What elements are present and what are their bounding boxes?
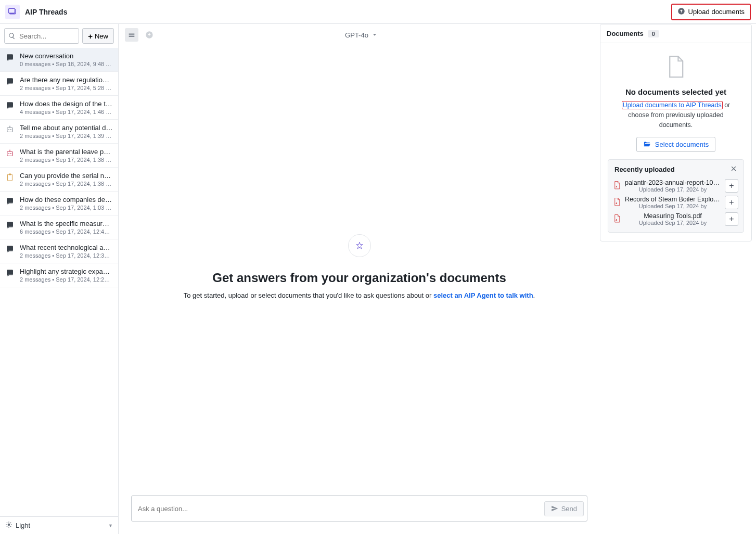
recent-texts: Measuring Tools.pdfUploaded Sep 17, 2024… — [625, 212, 721, 226]
conversation-title: What is the parental leave policy? — [20, 148, 113, 156]
chat-icon — [5, 245, 16, 259]
conversation-item[interactable]: Tell me about any potential disr…2 messa… — [0, 120, 118, 144]
recent-item: Apalantir-2023-annual-report-10K.pdfUplo… — [613, 179, 738, 193]
conversation-item[interactable]: Can you provide the serial numb…2 messag… — [0, 168, 118, 192]
svg-line-23 — [10, 523, 11, 523]
theme-selector[interactable]: Light ▼ — [0, 516, 118, 534]
conversation-text: Can you provide the serial numb…2 messag… — [20, 172, 113, 187]
recent-title: Recently uploaded — [614, 166, 675, 173]
clipboard-icon — [5, 173, 16, 187]
orb-icon — [348, 234, 371, 257]
svg-text:A: A — [616, 185, 617, 187]
close-recent-button[interactable] — [730, 165, 737, 174]
pdf-icon: A — [613, 214, 621, 224]
recent-texts: palantir-2023-annual-report-10K.pdfUploa… — [625, 179, 721, 193]
center-empty-state: Get answers from your organization's doc… — [119, 46, 600, 487]
conversation-title: How does the design of the taper … — [20, 100, 113, 108]
send-icon — [551, 505, 558, 512]
question-box: Send — [131, 495, 587, 522]
upload-documents-link[interactable]: Upload documents to AIP Threads — [622, 101, 723, 109]
upload-documents-button[interactable]: Upload documents — [671, 4, 751, 20]
question-input[interactable] — [138, 496, 544, 521]
center-headline: Get answers from your organization's doc… — [212, 271, 506, 285]
conversation-item[interactable]: Highlight any strategic expansion…2 mess… — [0, 263, 118, 287]
main: + New New conversation0 messages • Sep 1… — [0, 24, 756, 534]
sun-icon — [5, 521, 12, 530]
conversation-list: New conversation0 messages • Sep 18, 202… — [0, 48, 118, 516]
conversation-meta: 2 messages • Sep 17, 2024, 1:03 PM — [20, 205, 113, 211]
center-column: GPT-4o Get answers from your organizatio… — [119, 24, 600, 534]
svg-point-12 — [9, 150, 10, 151]
svg-text:A: A — [616, 218, 617, 221]
documents-body: No documents selected yet Upload documen… — [600, 43, 751, 241]
chat-icon — [5, 221, 16, 235]
select-documents-button[interactable]: Select documents — [636, 137, 715, 152]
document-icon — [667, 56, 685, 80]
new-label: New — [95, 32, 108, 40]
chevron-down-icon: ▼ — [108, 523, 113, 528]
conversation-item[interactable]: What is the parental leave policy?2 mess… — [0, 144, 118, 168]
chat-icon — [5, 269, 16, 283]
center-subtext-prefix: To get started, upload or select documen… — [184, 291, 433, 299]
conversation-meta: 0 messages • Sep 18, 2024, 9:48 AM — [20, 61, 113, 67]
conversation-meta: 4 messages • Sep 17, 2024, 1:46 PM — [20, 109, 113, 115]
plus-icon: + — [88, 32, 93, 41]
list-toggle-button[interactable] — [125, 28, 138, 42]
svg-rect-8 — [7, 151, 13, 156]
download-button[interactable] — [143, 28, 156, 42]
conversation-item[interactable]: What recent technological advan…2 messag… — [0, 239, 118, 263]
svg-point-15 — [8, 524, 10, 526]
recent-texts: Records of Steam Boiler Explosion…Upload… — [625, 196, 721, 209]
conversation-meta: 2 messages • Sep 17, 2024, 5:28 PM — [20, 85, 113, 91]
add-document-button[interactable]: + — [725, 179, 738, 193]
theme-label: Light — [16, 522, 30, 529]
documents-header: Documents 0 — [600, 24, 751, 43]
conversation-title: Highlight any strategic expansion… — [20, 268, 113, 275]
topbar: AIP Threads Upload documents — [0, 0, 756, 24]
conversation-title: Are there any new regulations ap… — [20, 76, 113, 84]
close-icon — [730, 165, 737, 172]
svg-point-5 — [10, 129, 11, 130]
conversation-title: New conversation — [20, 52, 113, 60]
right-panel: Documents 0 No documents selected yet Up… — [600, 24, 756, 534]
app-title: AIP Threads — [25, 8, 67, 16]
recent-file-meta: Uploaded Sep 17, 2024 by — [625, 203, 721, 209]
recent-file-meta: Uploaded Sep 17, 2024 by — [625, 186, 721, 193]
conversation-item[interactable]: How do these companies describ…2 message… — [0, 192, 118, 215]
model-label: GPT-4o — [345, 31, 368, 39]
svg-line-21 — [10, 526, 11, 527]
robot-red-icon — [5, 149, 16, 163]
pdf-icon: A — [613, 181, 621, 191]
new-conversation-button[interactable]: + New — [82, 28, 114, 44]
app-root: AIP Threads Upload documents + New New — [0, 0, 756, 534]
conversation-item[interactable]: New conversation0 messages • Sep 18, 202… — [0, 48, 118, 72]
center-header: GPT-4o — [119, 24, 600, 46]
conversation-title: What is the specific measuremen… — [20, 220, 113, 227]
send-button[interactable]: Send — [544, 501, 584, 516]
conversation-text: What is the parental leave policy?2 mess… — [20, 148, 113, 163]
documents-card: Documents 0 No documents selected yet Up… — [600, 24, 752, 241]
svg-line-20 — [7, 523, 7, 523]
select-documents-label: Select documents — [655, 141, 709, 148]
chat-icon — [5, 101, 16, 115]
search-icon — [8, 32, 16, 40]
robot-icon — [5, 125, 16, 139]
center-subtext: To get started, upload or select documen… — [184, 291, 535, 299]
conversation-title: What recent technological advan… — [20, 244, 113, 251]
conversation-meta: 6 messages • Sep 17, 2024, 12:49 PM — [20, 228, 113, 235]
model-selector[interactable]: GPT-4o — [160, 31, 562, 39]
conversation-text: What recent technological advan…2 messag… — [20, 244, 113, 259]
chat-icon — [5, 53, 16, 67]
select-agent-link[interactable]: select an AIP Agent to talk with — [433, 291, 533, 299]
documents-empty-title: No documents selected yet — [625, 87, 726, 96]
topbar-left: AIP Threads — [5, 5, 67, 19]
list-icon — [127, 31, 136, 39]
conversation-item[interactable]: Are there any new regulations ap…2 messa… — [0, 72, 118, 96]
conversation-text: How do these companies describ…2 message… — [20, 196, 113, 211]
add-document-button[interactable]: + — [725, 196, 738, 209]
documents-title: Documents — [607, 30, 644, 37]
conversation-text: New conversation0 messages • Sep 18, 202… — [20, 52, 113, 67]
conversation-item[interactable]: How does the design of the taper …4 mess… — [0, 96, 118, 120]
conversation-item[interactable]: What is the specific measuremen…6 messag… — [0, 215, 118, 239]
add-document-button[interactable]: + — [725, 212, 738, 226]
